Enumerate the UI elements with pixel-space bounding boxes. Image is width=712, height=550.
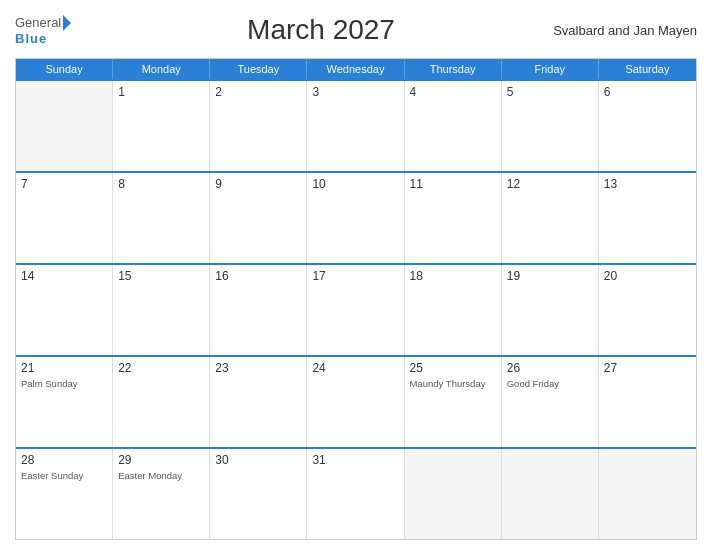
cal-cell: 22 xyxy=(113,357,210,447)
day-number: 26 xyxy=(507,361,593,375)
cal-cell: 15 xyxy=(113,265,210,355)
day-number: 30 xyxy=(215,453,301,467)
month-title: March 2027 xyxy=(95,14,547,46)
cal-cell: 31 xyxy=(307,449,404,539)
header-day-wednesday: Wednesday xyxy=(307,59,404,79)
day-number: 18 xyxy=(410,269,496,283)
day-number: 19 xyxy=(507,269,593,283)
calendar-page: General Blue March 2027 Svalbard and Jan… xyxy=(0,0,712,550)
logo-general-text: General xyxy=(15,15,61,30)
day-number: 20 xyxy=(604,269,691,283)
holiday-label: Easter Monday xyxy=(118,470,182,481)
cal-cell: 4 xyxy=(405,81,502,171)
day-number: 14 xyxy=(21,269,107,283)
header: General Blue March 2027 Svalbard and Jan… xyxy=(15,10,697,50)
day-number: 1 xyxy=(118,85,204,99)
day-number: 4 xyxy=(410,85,496,99)
cal-cell: 12 xyxy=(502,173,599,263)
header-day-saturday: Saturday xyxy=(599,59,696,79)
day-number: 31 xyxy=(312,453,398,467)
cal-cell: 13 xyxy=(599,173,696,263)
cal-cell xyxy=(405,449,502,539)
day-number: 2 xyxy=(215,85,301,99)
day-number: 21 xyxy=(21,361,107,375)
week-row-0: 123456 xyxy=(16,79,696,171)
cal-cell: 28Easter Sunday xyxy=(16,449,113,539)
cal-cell: 17 xyxy=(307,265,404,355)
day-number: 15 xyxy=(118,269,204,283)
cal-cell: 27 xyxy=(599,357,696,447)
week-row-4: 28Easter Sunday29Easter Monday3031 xyxy=(16,447,696,539)
cal-cell: 14 xyxy=(16,265,113,355)
holiday-label: Maundy Thursday xyxy=(410,378,486,389)
header-day-sunday: Sunday xyxy=(16,59,113,79)
region-label: Svalbard and Jan Mayen xyxy=(547,23,697,38)
cal-cell: 23 xyxy=(210,357,307,447)
cal-cell: 5 xyxy=(502,81,599,171)
week-row-3: 21Palm Sunday22232425Maundy Thursday26Go… xyxy=(16,355,696,447)
day-number: 10 xyxy=(312,177,398,191)
cal-cell: 24 xyxy=(307,357,404,447)
day-number: 12 xyxy=(507,177,593,191)
cal-cell: 18 xyxy=(405,265,502,355)
cal-cell: 10 xyxy=(307,173,404,263)
header-day-tuesday: Tuesday xyxy=(210,59,307,79)
cal-cell xyxy=(599,449,696,539)
cal-cell: 3 xyxy=(307,81,404,171)
calendar-body: 123456789101112131415161718192021Palm Su… xyxy=(16,79,696,539)
day-number: 13 xyxy=(604,177,691,191)
calendar-header: SundayMondayTuesdayWednesdayThursdayFrid… xyxy=(16,59,696,79)
day-number: 8 xyxy=(118,177,204,191)
header-day-friday: Friday xyxy=(502,59,599,79)
cal-cell: 21Palm Sunday xyxy=(16,357,113,447)
day-number: 28 xyxy=(21,453,107,467)
holiday-label: Easter Sunday xyxy=(21,470,83,481)
day-number: 11 xyxy=(410,177,496,191)
cal-cell: 1 xyxy=(113,81,210,171)
day-number: 7 xyxy=(21,177,107,191)
day-number: 22 xyxy=(118,361,204,375)
cal-cell: 19 xyxy=(502,265,599,355)
day-number: 27 xyxy=(604,361,691,375)
cal-cell: 11 xyxy=(405,173,502,263)
day-number: 25 xyxy=(410,361,496,375)
cal-cell xyxy=(16,81,113,171)
day-number: 23 xyxy=(215,361,301,375)
day-number: 5 xyxy=(507,85,593,99)
cal-cell: 16 xyxy=(210,265,307,355)
week-row-1: 78910111213 xyxy=(16,171,696,263)
day-number: 6 xyxy=(604,85,691,99)
day-number: 29 xyxy=(118,453,204,467)
cal-cell xyxy=(502,449,599,539)
cal-cell: 6 xyxy=(599,81,696,171)
cal-cell: 25Maundy Thursday xyxy=(405,357,502,447)
header-day-monday: Monday xyxy=(113,59,210,79)
day-number: 9 xyxy=(215,177,301,191)
cal-cell: 20 xyxy=(599,265,696,355)
cal-cell: 30 xyxy=(210,449,307,539)
cal-cell: 7 xyxy=(16,173,113,263)
day-number: 24 xyxy=(312,361,398,375)
calendar: SundayMondayTuesdayWednesdayThursdayFrid… xyxy=(15,58,697,540)
cal-cell: 2 xyxy=(210,81,307,171)
week-row-2: 14151617181920 xyxy=(16,263,696,355)
cal-cell: 9 xyxy=(210,173,307,263)
holiday-label: Palm Sunday xyxy=(21,378,78,389)
cal-cell: 8 xyxy=(113,173,210,263)
day-number: 16 xyxy=(215,269,301,283)
header-day-thursday: Thursday xyxy=(405,59,502,79)
cal-cell: 29Easter Monday xyxy=(113,449,210,539)
logo-line1: General xyxy=(15,15,71,31)
cal-cell: 26Good Friday xyxy=(502,357,599,447)
day-number: 3 xyxy=(312,85,398,99)
logo: General Blue xyxy=(15,15,95,46)
logo-blue-text: Blue xyxy=(15,31,47,46)
day-number: 17 xyxy=(312,269,398,283)
logo-triangle-icon xyxy=(63,15,71,31)
holiday-label: Good Friday xyxy=(507,378,559,389)
